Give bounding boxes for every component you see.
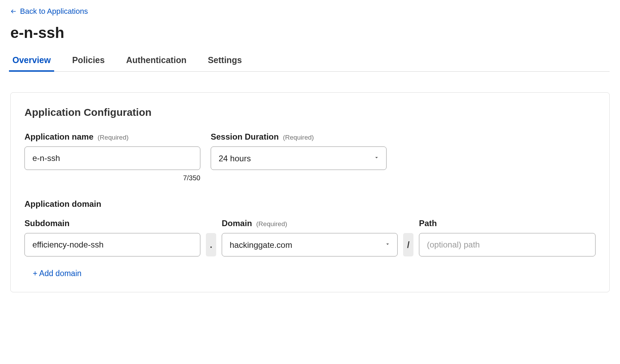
session-duration-required: (Required) [283, 134, 314, 141]
application-name-counter: 7/350 [24, 174, 200, 182]
add-domain-button[interactable]: + Add domain [33, 269, 81, 278]
application-name-required: (Required) [98, 134, 129, 141]
application-name-label: Application name [24, 132, 93, 142]
card-title: Application Configuration [24, 107, 596, 118]
domain-select[interactable]: hackinggate.com [222, 233, 398, 256]
domain-slash-separator: / [403, 233, 413, 256]
session-duration-select[interactable]: 24 hours [211, 146, 387, 170]
subdomain-label: Subdomain [24, 219, 70, 228]
tab-policies[interactable]: Policies [70, 55, 107, 71]
tab-overview[interactable]: Overview [10, 55, 53, 71]
add-domain-label: + Add domain [33, 269, 81, 278]
back-link-label: Back to Applications [20, 7, 88, 16]
path-input[interactable] [419, 233, 596, 256]
application-name-input[interactable] [24, 146, 200, 170]
domain-dot-separator: . [206, 233, 216, 256]
application-domain-heading: Application domain [24, 199, 596, 209]
subdomain-input[interactable] [24, 233, 200, 256]
application-domain-section: Application domain Subdomain . Domain (R… [24, 199, 596, 278]
path-label: Path [419, 219, 437, 228]
tab-authentication[interactable]: Authentication [124, 55, 189, 71]
page-title: e-n-ssh [10, 24, 610, 41]
session-duration-label: Session Duration [211, 132, 279, 142]
domain-label: Domain [222, 219, 252, 228]
back-to-applications-link[interactable]: Back to Applications [10, 7, 88, 16]
session-duration-field: Session Duration (Required) 24 hours [211, 132, 387, 182]
application-name-field: Application name (Required) 7/350 [24, 132, 200, 182]
domain-required: (Required) [256, 220, 287, 228]
tabs-bar: Overview Policies Authentication Setting… [10, 55, 610, 72]
arrow-left-icon [10, 8, 17, 14]
tab-settings[interactable]: Settings [206, 55, 244, 71]
application-configuration-card: Application Configuration Application na… [10, 92, 610, 292]
